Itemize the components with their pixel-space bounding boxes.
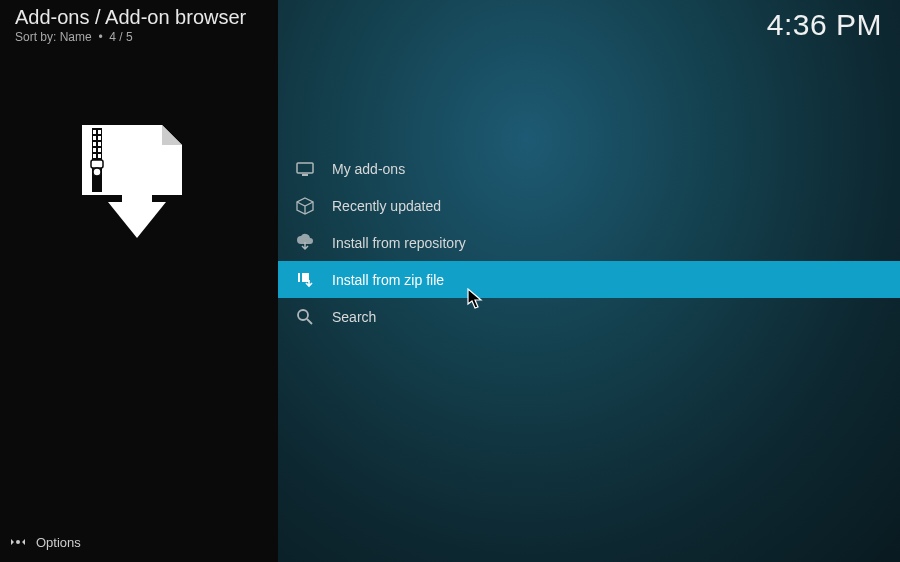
menu-label: Recently updated [332, 198, 441, 214]
svg-point-14 [16, 540, 20, 544]
svg-rect-8 [98, 148, 101, 152]
svg-rect-16 [302, 174, 308, 176]
menu-label: Install from repository [332, 235, 466, 251]
breadcrumb: Add-ons / Add-on browser [15, 6, 246, 29]
svg-rect-9 [93, 154, 96, 158]
menu-item-install-repository[interactable]: Install from repository [278, 224, 900, 261]
cloud-download-icon [293, 231, 317, 255]
svg-rect-1 [93, 130, 96, 134]
svg-rect-15 [297, 163, 313, 173]
options-label: Options [36, 535, 81, 550]
monitor-icon [293, 157, 317, 181]
svg-rect-2 [98, 130, 101, 134]
svg-rect-5 [93, 142, 96, 146]
menu-item-my-addons[interactable]: My add-ons [278, 150, 900, 187]
sort-label: Sort by: [15, 30, 56, 44]
menu-label: My add-ons [332, 161, 405, 177]
svg-line-20 [307, 319, 312, 324]
position: 4 / 5 [109, 30, 132, 44]
clock: 4:36 PM [767, 8, 882, 42]
svg-rect-4 [98, 136, 101, 140]
svg-rect-7 [93, 148, 96, 152]
sort-info: Sort by: Name • 4 / 5 [15, 30, 246, 44]
svg-rect-13 [122, 160, 152, 202]
addon-installer-icon [72, 120, 200, 248]
sort-value: Name [60, 30, 92, 44]
position-separator: • [95, 30, 109, 44]
menu-item-recently-updated[interactable]: Recently updated [278, 187, 900, 224]
svg-point-12 [93, 168, 101, 176]
sidebar: Add-ons / Add-on browser Sort by: Name •… [0, 0, 278, 562]
menu-item-search[interactable]: Search [278, 298, 900, 335]
svg-rect-11 [91, 160, 103, 168]
options-button[interactable]: Options [10, 534, 81, 550]
search-icon [293, 305, 317, 329]
svg-point-19 [298, 310, 308, 320]
box-icon [293, 194, 317, 218]
menu-list: My add-ons Recently updated Install from… [278, 150, 900, 335]
main-panel: 4:36 PM My add-ons Recently updated Inst… [278, 0, 900, 562]
menu-item-install-zip[interactable]: Install from zip file [278, 261, 900, 298]
svg-rect-18 [300, 273, 302, 282]
menu-label: Search [332, 309, 376, 325]
svg-rect-6 [98, 142, 101, 146]
svg-rect-3 [93, 136, 96, 140]
zip-download-icon [293, 268, 317, 292]
options-icon [10, 534, 26, 550]
svg-rect-17 [298, 273, 309, 282]
svg-rect-10 [98, 154, 101, 158]
menu-label: Install from zip file [332, 272, 444, 288]
header: Add-ons / Add-on browser Sort by: Name •… [15, 6, 246, 44]
